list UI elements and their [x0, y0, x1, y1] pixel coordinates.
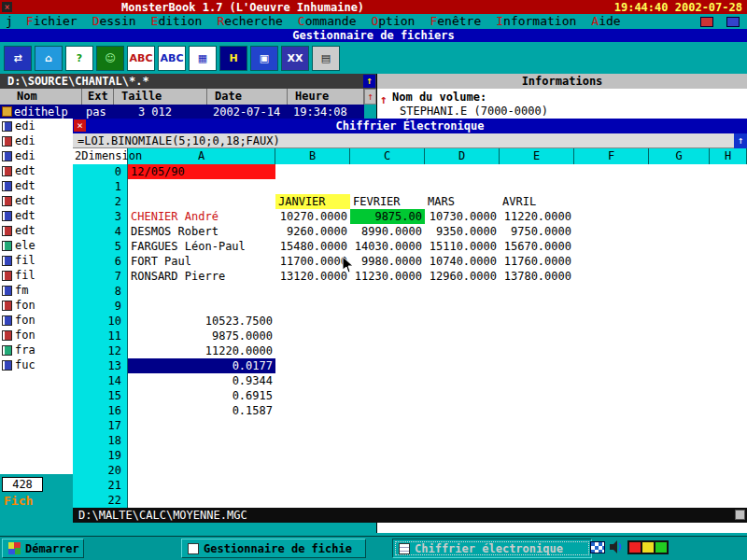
file-list-item[interactable]: edt: [0, 193, 73, 208]
cell-H3[interactable]: [710, 209, 747, 224]
cell-F1[interactable]: [574, 179, 649, 194]
column-header-G[interactable]: G: [649, 148, 710, 164]
column-header-heure[interactable]: Heure: [288, 89, 364, 105]
cell-C6[interactable]: 9980.0000: [350, 254, 425, 269]
cell-H17[interactable]: [710, 418, 747, 433]
cell-B15[interactable]: [275, 388, 350, 403]
cell-F6[interactable]: [574, 254, 649, 269]
cell-H22[interactable]: [710, 493, 747, 508]
cell-F15[interactable]: [574, 388, 649, 403]
row-header-22[interactable]: 22: [73, 493, 128, 508]
cell-E15[interactable]: [500, 388, 574, 403]
selected-file-row[interactable]: edithelp pas 3 012 2002-07-14 19:34:08: [0, 105, 364, 119]
close-icon[interactable]: ×: [74, 119, 86, 132]
cell-F14[interactable]: [574, 373, 649, 388]
row-header-14[interactable]: 14: [73, 373, 128, 388]
cell-A11[interactable]: 9875.0000: [128, 329, 275, 343]
cell-A22[interactable]: [128, 493, 275, 508]
help-icon[interactable]: ?: [65, 46, 93, 71]
cell-F10[interactable]: [574, 314, 649, 329]
scroll-up-icon[interactable]: ↑: [380, 92, 388, 106]
task-spreadsheet[interactable]: Chiffrier électronique: [392, 539, 592, 558]
cell-C16[interactable]: [350, 403, 425, 418]
cell-G3[interactable]: [649, 209, 710, 224]
cell-A2[interactable]: [128, 194, 275, 209]
cell-G15[interactable]: [649, 388, 710, 403]
cell-A1[interactable]: [128, 179, 275, 194]
row-header-1[interactable]: 1: [73, 179, 128, 194]
cell-C13[interactable]: [350, 358, 425, 373]
cell-D18[interactable]: [425, 433, 500, 448]
cell-B7[interactable]: 13120.0000: [275, 269, 350, 284]
cell-A14[interactable]: 0.9344: [128, 373, 275, 388]
cell-E7[interactable]: 13780.0000: [500, 269, 574, 284]
cell-F11[interactable]: [574, 329, 649, 343]
column-header-B[interactable]: B: [275, 148, 350, 164]
cell-G16[interactable]: [649, 403, 710, 418]
cell-C11[interactable]: [350, 329, 425, 343]
cell-B4[interactable]: 9260.0000: [275, 224, 350, 239]
cell-E5[interactable]: 15670.0000: [500, 239, 574, 254]
cell-E19[interactable]: [500, 448, 574, 463]
cell-D13[interactable]: [425, 358, 500, 373]
menu-item-fenetre[interactable]: Fenêtre: [430, 14, 481, 28]
row-header-2[interactable]: 2: [73, 194, 128, 209]
cell-H15[interactable]: [710, 388, 747, 403]
menu-item-edition[interactable]: Edition: [151, 14, 203, 28]
cell-E4[interactable]: 9750.0000: [500, 224, 574, 239]
file-list-item[interactable]: fon: [0, 328, 73, 343]
cell-E12[interactable]: [500, 343, 574, 358]
cell-H2[interactable]: [710, 194, 747, 209]
column-header-D[interactable]: D: [425, 148, 500, 164]
row-header-12[interactable]: 12: [73, 343, 128, 358]
cell-G18[interactable]: [649, 433, 710, 448]
cell-A15[interactable]: 0.6915: [128, 388, 275, 403]
cell-A17[interactable]: [128, 418, 275, 433]
cell-D0[interactable]: [425, 164, 500, 179]
cell-C0[interactable]: [350, 164, 425, 179]
abc-red-icon[interactable]: ABC: [127, 46, 155, 71]
row-header-4[interactable]: 4: [73, 224, 128, 239]
cell-H16[interactable]: [710, 403, 747, 418]
cell-C3[interactable]: 9875.00: [350, 209, 425, 224]
cell-F7[interactable]: [574, 269, 649, 284]
network-icon[interactable]: [590, 541, 605, 553]
cell-B5[interactable]: 15480.0000: [275, 239, 350, 254]
cell-F2[interactable]: [574, 194, 649, 209]
cell-F18[interactable]: [574, 433, 649, 448]
file-list-item[interactable]: fra: [0, 343, 73, 357]
cell-D11[interactable]: [425, 329, 500, 343]
resize-corner[interactable]: [735, 510, 745, 520]
cell-E1[interactable]: [500, 179, 574, 194]
cell-H1[interactable]: [710, 179, 747, 194]
abc-blue-icon[interactable]: ABC: [158, 46, 186, 71]
cell-H6[interactable]: [710, 254, 747, 269]
printer-icon[interactable]: ▤: [312, 46, 340, 71]
row-header-18[interactable]: 18: [73, 433, 128, 448]
cell-E11[interactable]: [500, 329, 574, 343]
cell-D8[interactable]: [425, 284, 500, 299]
column-header-F[interactable]: F: [574, 148, 649, 164]
row-header-5[interactable]: 5: [73, 239, 128, 254]
file-list-item[interactable]: fil: [0, 253, 73, 268]
cell-H12[interactable]: [710, 343, 747, 358]
cell-F21[interactable]: [574, 478, 649, 493]
file-list-item[interactable]: edt: [0, 208, 73, 223]
cell-A19[interactable]: [128, 448, 275, 463]
file-list-item[interactable]: fon: [0, 298, 73, 313]
row-header-7[interactable]: 7: [73, 269, 128, 284]
cell-G0[interactable]: [649, 164, 710, 179]
cell-G20[interactable]: [649, 463, 710, 478]
cell-F3[interactable]: [574, 209, 649, 224]
cell-F16[interactable]: [574, 403, 649, 418]
cell-A3[interactable]: CHENIER André: [128, 209, 275, 224]
cell-G19[interactable]: [649, 448, 710, 463]
cell-A9[interactable]: [128, 299, 275, 314]
cell-F22[interactable]: [574, 493, 649, 508]
row-header-15[interactable]: 15: [73, 388, 128, 403]
column-header-nom[interactable]: Nom: [0, 89, 82, 105]
cell-E20[interactable]: [500, 463, 574, 478]
cell-A21[interactable]: [128, 478, 275, 493]
cell-G12[interactable]: [649, 343, 710, 358]
row-header-20[interactable]: 20: [73, 463, 128, 478]
